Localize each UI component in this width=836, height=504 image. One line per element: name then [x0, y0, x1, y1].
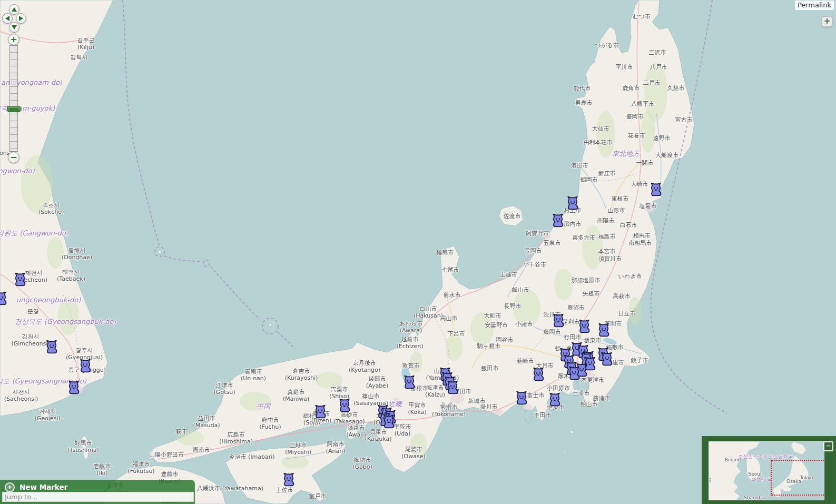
place-label: Seoul [749, 471, 762, 477]
cat-marker[interactable] [14, 273, 26, 286]
overview-minimize-button[interactable]: − [823, 441, 833, 451]
new-marker-title: New Marker [19, 483, 67, 491]
island-oki [269, 323, 272, 327]
zoom-out-button[interactable]: − [8, 152, 19, 163]
overview-map-canvas[interactable]: Beijing조선민주주의인민공화국Seoul대한민국OsakaTokyo和国S… [709, 441, 824, 500]
cat-marker[interactable] [282, 473, 295, 487]
pan-right-button[interactable] [16, 13, 26, 24]
place-label: Shanghai [744, 495, 766, 500]
layer-switcher-expand-button[interactable]: + [822, 16, 832, 27]
zoom-slider-track[interactable] [9, 45, 18, 152]
permalink-link[interactable]: Permalink [795, 1, 834, 10]
new-marker-panel: + New Marker [0, 480, 195, 504]
cat-marker[interactable] [515, 391, 528, 405]
cat-marker[interactable] [568, 367, 581, 380]
map-canvas[interactable]: 길주군(Kilju)김책시amgyongnam-do)남구역 (Nam-guyo… [0, 0, 836, 504]
pan-zoom-control: + − [0, 0, 32, 169]
islet [62, 418, 64, 420]
cat-marker[interactable] [403, 375, 416, 389]
cat-marker[interactable] [67, 381, 80, 394]
island-ulleung [158, 250, 161, 253]
island-iki [101, 470, 106, 475]
cat-marker[interactable] [552, 214, 564, 228]
overview-map: Beijing조선민주주의인민공화국Seoul대한민국OsakaTokyo和国S… [702, 436, 836, 504]
island-tsushima [81, 436, 87, 449]
pan-up-button[interactable] [9, 4, 19, 15]
island-oki2 [273, 322, 275, 324]
cat-marker[interactable] [532, 368, 545, 381]
arrow-down-icon [12, 25, 17, 29]
cat-marker[interactable] [0, 292, 7, 305]
cat-marker[interactable] [382, 415, 395, 429]
zoom-in-button[interactable]: + [8, 34, 19, 45]
arrow-up-icon [12, 7, 17, 12]
cat-marker[interactable] [566, 196, 579, 210]
cat-marker[interactable] [79, 359, 92, 373]
map-tiles [0, 0, 836, 504]
region-label: 조선민주주의인민공화국 [738, 453, 793, 460]
islet-izu [570, 430, 573, 433]
overview-extent-box[interactable] [771, 460, 824, 496]
pan-left-button[interactable] [2, 13, 13, 24]
pan-down-button[interactable] [9, 22, 19, 33]
island-tsushima-south [83, 449, 88, 459]
cat-marker[interactable] [338, 399, 351, 412]
island-geoje [41, 412, 49, 419]
region-label: 和国 [709, 477, 711, 484]
cat-marker[interactable] [597, 323, 610, 337]
arrow-left-icon [5, 16, 9, 21]
add-marker-icon: + [5, 482, 15, 492]
cat-marker[interactable] [314, 405, 327, 419]
suruga-bay [525, 409, 532, 423]
jump-to-input[interactable] [2, 492, 194, 502]
region-label: 대한민국 [752, 477, 772, 483]
cat-marker[interactable] [601, 352, 613, 366]
islet-izu2 [564, 451, 566, 453]
cat-marker[interactable] [650, 183, 662, 196]
cat-marker[interactable] [446, 381, 459, 394]
cat-marker[interactable] [548, 393, 561, 407]
cat-marker[interactable] [552, 314, 565, 328]
zoom-slider-handle[interactable] [7, 106, 21, 112]
cat-marker[interactable] [45, 340, 58, 354]
arrow-right-icon [19, 16, 23, 21]
cat-marker[interactable] [578, 320, 591, 333]
